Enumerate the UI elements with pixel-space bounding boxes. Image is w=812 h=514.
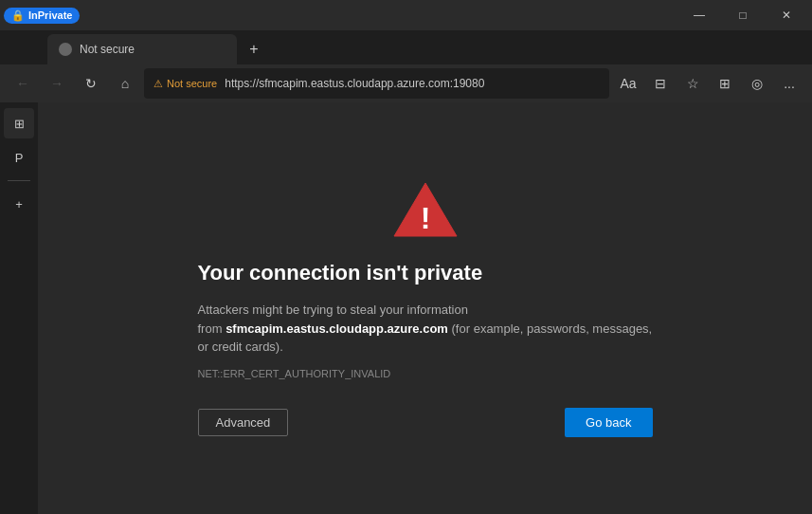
titlebar-left: 🔒 InPrivate <box>4 8 80 24</box>
advanced-button[interactable]: Advanced <box>198 409 289 436</box>
error-code: NET::ERR_CERT_AUTHORITY_INVALID <box>198 368 391 379</box>
add-tab-button[interactable]: + <box>241 36 267 63</box>
collections-button[interactable]: ⊞ <box>710 68 740 99</box>
back-button[interactable]: ← <box>8 68 38 99</box>
warning-icon: ⚠ <box>153 78 163 90</box>
split-screen-button[interactable]: ⊟ <box>645 68 676 99</box>
not-secure-label: Not secure <box>167 78 217 89</box>
not-secure-indicator: ⚠ Not secure <box>153 78 217 90</box>
button-row: Advanced Go back <box>198 408 653 437</box>
url-display: https://sfmcapim.eastus.cloudapp.azure.c… <box>225 77 484 90</box>
reader-mode-button[interactable]: Aa <box>613 68 643 99</box>
error-container: ! Your connection isn't private Attacker… <box>179 160 672 456</box>
maximize-button[interactable]: □ <box>721 0 765 30</box>
active-tab[interactable]: Not secure <box>47 34 237 64</box>
inprivate-badge: 🔒 InPrivate <box>4 8 80 24</box>
sidebar-tabs-button[interactable]: ⊞ <box>4 108 34 138</box>
svg-text:!: ! <box>420 201 430 235</box>
sidebar-divider <box>8 180 30 181</box>
browser-chrome: Not secure + ← → ↻ ⌂ ⚠ Not secure https:… <box>0 30 812 102</box>
sidebar: ⊞ P + <box>0 102 38 514</box>
sidebar-profile-button[interactable]: P <box>4 142 34 173</box>
add-icon: + <box>15 197 23 211</box>
close-button[interactable]: ✕ <box>765 0 808 30</box>
forward-button[interactable]: → <box>42 68 72 99</box>
more-tools-button[interactable]: ... <box>774 68 804 99</box>
title-bar: 🔒 InPrivate — □ ✕ <box>0 0 812 30</box>
titlebar-controls: — □ ✕ <box>677 0 808 30</box>
profile-button[interactable]: ◎ <box>742 68 772 99</box>
toolbar-icons: Aa ⊟ ☆ ⊞ ◎ ... <box>613 68 804 99</box>
profile-icon: P <box>15 151 24 165</box>
error-description: Attackers might be trying to steal your … <box>198 301 653 357</box>
browser-body: ⊞ P + ! Your connection isn't private At… <box>0 102 812 514</box>
warning-triangle-svg: ! <box>392 179 459 238</box>
tab-favicon <box>59 43 72 56</box>
error-title: Your connection isn't private <box>198 261 483 285</box>
page-content: ! Your connection isn't private Attacker… <box>38 102 812 514</box>
minimize-button[interactable]: — <box>677 0 721 30</box>
warning-icon-container: ! <box>392 179 459 242</box>
address-bar[interactable]: ⚠ Not secure https://sfmcapim.eastus.clo… <box>144 68 609 99</box>
url-text: https://sfmcapim.eastus.cloudapp.azure.c… <box>225 77 600 90</box>
tab-title: Not secure <box>80 43 135 56</box>
error-domain: sfmcapim.eastus.cloudapp.azure.com <box>226 321 448 336</box>
favorites-button[interactable]: ☆ <box>677 68 708 99</box>
inprivate-icon: 🔒 <box>11 9 25 22</box>
refresh-button[interactable]: ↻ <box>76 68 106 99</box>
tab-bar: Not secure + <box>0 30 812 64</box>
go-back-button[interactable]: Go back <box>565 408 652 437</box>
sidebar-add-button[interactable]: + <box>4 189 34 219</box>
toolbar: ← → ↻ ⌂ ⚠ Not secure https://sfmcapim.ea… <box>0 64 812 102</box>
tabs-icon: ⊞ <box>14 117 25 131</box>
inprivate-label: InPrivate <box>28 9 72 21</box>
home-button[interactable]: ⌂ <box>110 68 140 99</box>
